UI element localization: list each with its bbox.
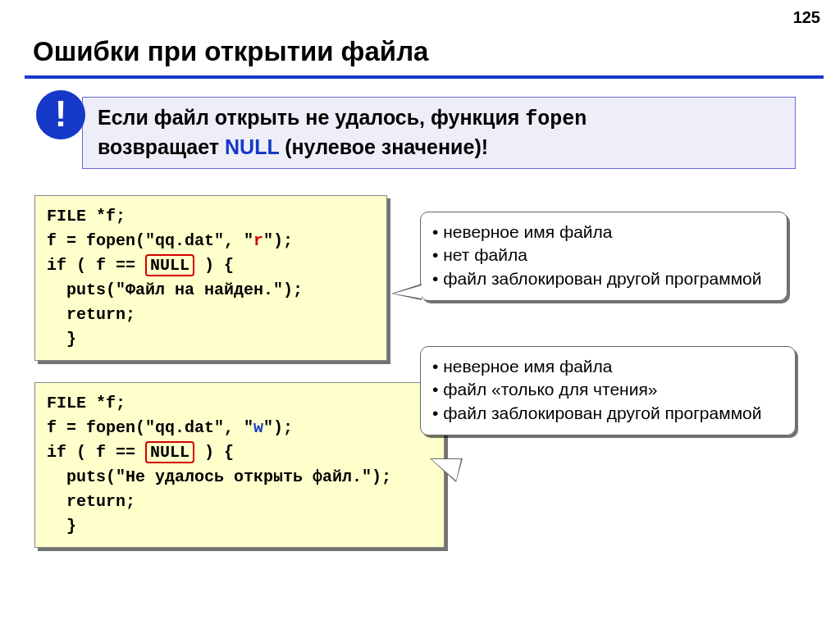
error-causes-write: неверное имя файла файл «только для чтен… bbox=[420, 346, 796, 435]
code-line: if ( f == bbox=[47, 443, 145, 462]
code-line: "); bbox=[263, 418, 293, 437]
page-title: Ошибки при открытии файла bbox=[33, 36, 428, 67]
list-item: неверное имя файла bbox=[432, 355, 783, 378]
code-line: FILE *f; bbox=[47, 207, 126, 226]
null-highlight: NULL bbox=[145, 441, 194, 463]
page-number: 125 bbox=[793, 8, 820, 27]
code-line: ) { bbox=[194, 443, 234, 462]
code-line: } bbox=[47, 330, 76, 349]
list-item: нет файла bbox=[432, 244, 775, 267]
list-item: файл заблокирован другой программой bbox=[432, 267, 775, 290]
file-mode-r: r bbox=[253, 231, 263, 250]
list-item: файл заблокирован другой программой bbox=[432, 402, 783, 425]
info-text-mid: возвращает bbox=[98, 135, 225, 158]
code-line: puts("Не удалось открыть файл."); bbox=[47, 467, 391, 486]
code-line: "); bbox=[263, 231, 293, 250]
code-line: ) { bbox=[194, 256, 234, 275]
error-causes-read: неверное имя файла нет файла файл заблок… bbox=[420, 212, 788, 301]
code-line: return; bbox=[47, 305, 135, 324]
code-line: FILE *f; bbox=[47, 394, 126, 412]
code-line: f = fopen("qq.dat", " bbox=[47, 231, 253, 250]
code-line: puts("Файл на найден."); bbox=[47, 280, 303, 299]
info-text-suffix: (нулевое значение)! bbox=[279, 135, 488, 158]
code-line: f = fopen("qq.dat", " bbox=[47, 418, 253, 437]
null-keyword: NULL bbox=[225, 135, 279, 158]
null-highlight: NULL bbox=[145, 254, 194, 276]
speech-tail bbox=[431, 459, 461, 481]
code-line: if ( f == bbox=[47, 256, 145, 275]
file-mode-w: w bbox=[253, 418, 263, 437]
speech-tail bbox=[394, 285, 422, 299]
list-item: неверное имя файла bbox=[432, 221, 775, 244]
code-block-read: FILE *f; f = fopen("qq.dat", "r"); if ( … bbox=[34, 195, 387, 361]
title-underline bbox=[25, 75, 824, 79]
code-block-write: FILE *f; f = fopen("qq.dat", "w"); if ( … bbox=[34, 382, 445, 548]
list-item: файл «только для чтения» bbox=[432, 378, 783, 401]
info-text-prefix: Если файл открыть не удалось, функция bbox=[98, 106, 525, 129]
info-callout: Если файл открыть не удалось, функция fo… bbox=[82, 97, 796, 169]
code-line: } bbox=[47, 517, 76, 536]
fopen-keyword: fopen bbox=[525, 107, 587, 131]
code-line: return; bbox=[47, 492, 135, 511]
exclamation-icon: ! bbox=[36, 90, 85, 139]
